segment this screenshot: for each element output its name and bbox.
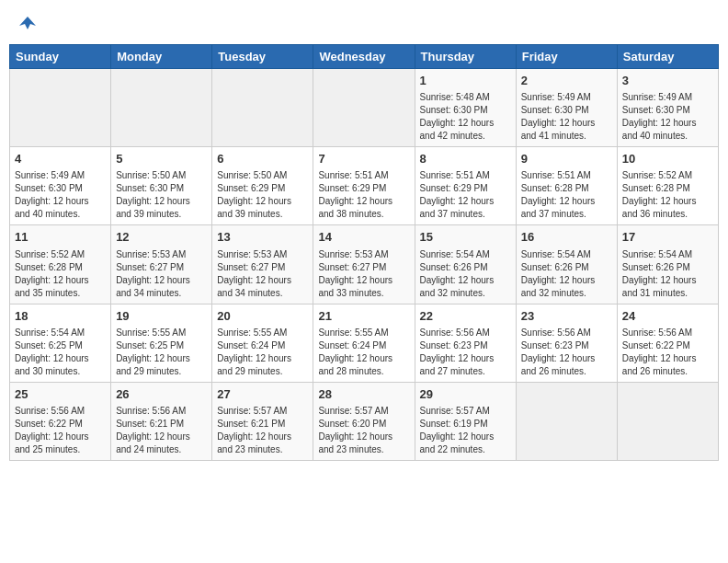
calendar-cell: 9Sunrise: 5:51 AM Sunset: 6:28 PM Daylig… xyxy=(516,147,617,225)
calendar-cell: 19Sunrise: 5:55 AM Sunset: 6:25 PM Dayli… xyxy=(111,304,212,382)
day-info: Sunrise: 5:51 AM Sunset: 6:29 PM Dayligh… xyxy=(318,169,409,221)
calendar-cell xyxy=(617,382,718,460)
calendar-cell: 12Sunrise: 5:53 AM Sunset: 6:27 PM Dayli… xyxy=(111,225,212,304)
day-info: Sunrise: 5:56 AM Sunset: 6:23 PM Dayligh… xyxy=(521,327,612,378)
weekday-header-wednesday: Wednesday xyxy=(313,45,415,69)
day-info: Sunrise: 5:57 AM Sunset: 6:20 PM Dayligh… xyxy=(318,405,409,456)
day-info: Sunrise: 5:50 AM Sunset: 6:30 PM Dayligh… xyxy=(116,169,207,221)
calendar-cell: 26Sunrise: 5:56 AM Sunset: 6:21 PM Dayli… xyxy=(111,382,212,460)
calendar-cell: 2Sunrise: 5:49 AM Sunset: 6:30 PM Daylig… xyxy=(516,69,617,147)
calendar-cell: 11Sunrise: 5:52 AM Sunset: 6:28 PM Dayli… xyxy=(10,225,111,304)
day-number: 14 xyxy=(318,229,409,246)
day-number: 19 xyxy=(116,308,207,325)
day-number: 11 xyxy=(15,229,106,246)
day-info: Sunrise: 5:49 AM Sunset: 6:30 PM Dayligh… xyxy=(622,91,713,143)
day-info: Sunrise: 5:56 AM Sunset: 6:21 PM Dayligh… xyxy=(116,405,207,456)
calendar-cell: 6Sunrise: 5:50 AM Sunset: 6:29 PM Daylig… xyxy=(212,147,313,225)
day-number: 5 xyxy=(116,151,207,167)
day-number: 28 xyxy=(318,386,409,403)
day-number: 21 xyxy=(318,308,409,325)
day-info: Sunrise: 5:54 AM Sunset: 6:26 PM Dayligh… xyxy=(622,248,713,300)
calendar-cell: 4Sunrise: 5:49 AM Sunset: 6:30 PM Daylig… xyxy=(10,147,111,225)
day-info: Sunrise: 5:55 AM Sunset: 6:24 PM Dayligh… xyxy=(217,327,308,378)
day-info: Sunrise: 5:51 AM Sunset: 6:28 PM Dayligh… xyxy=(521,169,612,221)
calendar-cell: 20Sunrise: 5:55 AM Sunset: 6:24 PM Dayli… xyxy=(212,304,313,382)
svg-marker-0 xyxy=(19,17,36,29)
day-info: Sunrise: 5:49 AM Sunset: 6:30 PM Dayligh… xyxy=(15,169,106,221)
day-info: Sunrise: 5:54 AM Sunset: 6:25 PM Dayligh… xyxy=(15,327,106,378)
calendar-cell: 27Sunrise: 5:57 AM Sunset: 6:21 PM Dayli… xyxy=(212,382,313,460)
day-info: Sunrise: 5:57 AM Sunset: 6:21 PM Dayligh… xyxy=(217,405,308,456)
logo-bird-icon xyxy=(17,13,38,33)
day-number: 25 xyxy=(15,386,106,403)
day-number: 13 xyxy=(217,229,308,246)
calendar-cell: 3Sunrise: 5:49 AM Sunset: 6:30 PM Daylig… xyxy=(617,69,718,147)
calendar-cell: 22Sunrise: 5:56 AM Sunset: 6:23 PM Dayli… xyxy=(415,304,516,382)
day-info: Sunrise: 5:57 AM Sunset: 6:19 PM Dayligh… xyxy=(420,405,511,456)
logo xyxy=(17,13,39,33)
day-info: Sunrise: 5:56 AM Sunset: 6:22 PM Dayligh… xyxy=(15,405,106,456)
day-info: Sunrise: 5:48 AM Sunset: 6:30 PM Dayligh… xyxy=(420,91,511,143)
weekday-header-row: SundayMondayTuesdayWednesdayThursdayFrid… xyxy=(10,45,719,69)
calendar-body: 1Sunrise: 5:48 AM Sunset: 6:30 PM Daylig… xyxy=(10,69,719,461)
weekday-header-tuesday: Tuesday xyxy=(212,45,313,69)
calendar-table: SundayMondayTuesdayWednesdayThursdayFrid… xyxy=(9,44,719,461)
day-number: 15 xyxy=(420,229,511,246)
day-number: 20 xyxy=(217,308,308,325)
day-number: 8 xyxy=(420,151,511,167)
calendar-cell: 17Sunrise: 5:54 AM Sunset: 6:26 PM Dayli… xyxy=(617,225,718,304)
day-info: Sunrise: 5:55 AM Sunset: 6:24 PM Dayligh… xyxy=(318,327,409,378)
day-info: Sunrise: 5:51 AM Sunset: 6:29 PM Dayligh… xyxy=(420,169,511,221)
calendar-cell: 1Sunrise: 5:48 AM Sunset: 6:30 PM Daylig… xyxy=(415,69,516,147)
calendar-cell: 28Sunrise: 5:57 AM Sunset: 6:20 PM Dayli… xyxy=(313,382,415,460)
day-number: 12 xyxy=(116,229,207,246)
calendar-cell: 24Sunrise: 5:56 AM Sunset: 6:22 PM Dayli… xyxy=(617,304,718,382)
calendar-cell xyxy=(516,382,617,460)
calendar-week-4: 18Sunrise: 5:54 AM Sunset: 6:25 PM Dayli… xyxy=(10,304,719,382)
calendar-week-1: 1Sunrise: 5:48 AM Sunset: 6:30 PM Daylig… xyxy=(10,69,719,147)
day-number: 23 xyxy=(521,308,612,325)
calendar-week-2: 4Sunrise: 5:49 AM Sunset: 6:30 PM Daylig… xyxy=(10,147,719,225)
calendar-cell: 15Sunrise: 5:54 AM Sunset: 6:26 PM Dayli… xyxy=(415,225,516,304)
calendar-week-5: 25Sunrise: 5:56 AM Sunset: 6:22 PM Dayli… xyxy=(10,382,719,460)
day-info: Sunrise: 5:52 AM Sunset: 6:28 PM Dayligh… xyxy=(15,248,106,300)
page-header xyxy=(9,9,719,37)
calendar-cell: 14Sunrise: 5:53 AM Sunset: 6:27 PM Dayli… xyxy=(313,225,415,304)
day-number: 4 xyxy=(15,151,106,167)
day-info: Sunrise: 5:56 AM Sunset: 6:22 PM Dayligh… xyxy=(622,327,713,378)
day-number: 3 xyxy=(622,73,713,89)
day-info: Sunrise: 5:56 AM Sunset: 6:23 PM Dayligh… xyxy=(420,327,511,378)
day-info: Sunrise: 5:54 AM Sunset: 6:26 PM Dayligh… xyxy=(420,248,511,300)
day-info: Sunrise: 5:50 AM Sunset: 6:29 PM Dayligh… xyxy=(217,169,308,221)
day-info: Sunrise: 5:55 AM Sunset: 6:25 PM Dayligh… xyxy=(116,327,207,378)
calendar-cell: 13Sunrise: 5:53 AM Sunset: 6:27 PM Dayli… xyxy=(212,225,313,304)
calendar-cell xyxy=(10,69,111,147)
calendar-cell xyxy=(111,69,212,147)
day-number: 17 xyxy=(622,229,713,246)
day-number: 1 xyxy=(420,73,511,89)
day-number: 10 xyxy=(622,151,713,167)
calendar-cell: 10Sunrise: 5:52 AM Sunset: 6:28 PM Dayli… xyxy=(617,147,718,225)
day-info: Sunrise: 5:53 AM Sunset: 6:27 PM Dayligh… xyxy=(318,248,409,300)
day-number: 29 xyxy=(420,386,511,403)
weekday-header-monday: Monday xyxy=(111,45,212,69)
day-number: 16 xyxy=(521,229,612,246)
day-info: Sunrise: 5:53 AM Sunset: 6:27 PM Dayligh… xyxy=(217,248,308,300)
day-number: 2 xyxy=(521,73,612,89)
day-number: 26 xyxy=(116,386,207,403)
calendar-cell: 25Sunrise: 5:56 AM Sunset: 6:22 PM Dayli… xyxy=(10,382,111,460)
day-number: 24 xyxy=(622,308,713,325)
weekday-header-friday: Friday xyxy=(516,45,617,69)
day-number: 6 xyxy=(217,151,308,167)
calendar-cell xyxy=(212,69,313,147)
weekday-header-saturday: Saturday xyxy=(617,45,718,69)
day-number: 27 xyxy=(217,386,308,403)
calendar-week-3: 11Sunrise: 5:52 AM Sunset: 6:28 PM Dayli… xyxy=(10,225,719,304)
calendar-cell xyxy=(313,69,415,147)
calendar-cell: 29Sunrise: 5:57 AM Sunset: 6:19 PM Dayli… xyxy=(415,382,516,460)
weekday-header-thursday: Thursday xyxy=(415,45,516,69)
day-number: 7 xyxy=(318,151,409,167)
calendar-cell: 5Sunrise: 5:50 AM Sunset: 6:30 PM Daylig… xyxy=(111,147,212,225)
calendar-cell: 23Sunrise: 5:56 AM Sunset: 6:23 PM Dayli… xyxy=(516,304,617,382)
day-info: Sunrise: 5:49 AM Sunset: 6:30 PM Dayligh… xyxy=(521,91,612,143)
